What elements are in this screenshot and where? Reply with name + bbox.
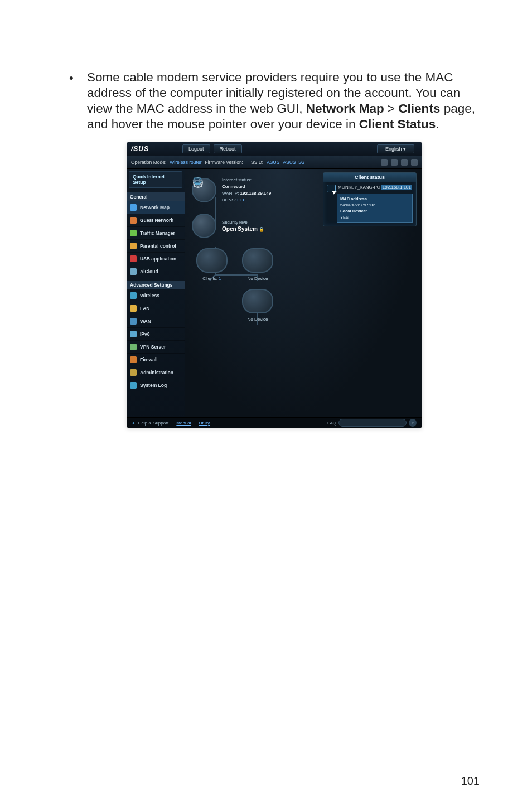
info-icon-1	[381, 159, 388, 166]
client-row[interactable]: MONKEY_KANG-PC 192.168.1.101	[323, 182, 416, 192]
topbar: /SUS Logout Reboot English ▾	[127, 142, 422, 156]
nav-label: Firewall	[140, 357, 158, 363]
local-label: Local Device:	[340, 209, 367, 214]
client-status-panel: Client status MONKEY_KANG-PC 192.168.1.1…	[323, 172, 417, 226]
ssid-1[interactable]: ASUS	[267, 160, 279, 165]
bullet: •	[67, 70, 87, 132]
sidebar-item-network-map[interactable]: Network Map	[127, 201, 185, 214]
nav-label: Network Map	[140, 205, 170, 210]
wan-ip-label: WAN IP:	[222, 191, 239, 196]
usb-node-2[interactable]	[242, 289, 273, 313]
nav-label: Wireless	[140, 293, 159, 298]
sidebar-item-usb-application[interactable]: USB application	[127, 253, 185, 265]
usb-app-icon	[130, 255, 137, 262]
sidebar-item-administration[interactable]: Administration	[127, 366, 185, 379]
page-rule	[50, 766, 482, 766]
nav-label: WAN	[140, 318, 151, 324]
sidebar-item-wan[interactable]: WAN	[127, 315, 185, 328]
infobar: Operation Mode: Wireless router Firmware…	[127, 156, 422, 169]
search-icon[interactable]: ⌕	[409, 419, 417, 427]
ssid-label: SSID:	[251, 160, 263, 165]
utility-link[interactable]: Utility	[199, 421, 210, 426]
logout-button[interactable]: Logout	[182, 144, 210, 153]
sidebar-item-ipv6[interactable]: IPv6	[127, 328, 185, 341]
usb-label-2: No Device	[248, 317, 268, 322]
nav-label: LAN	[140, 306, 149, 311]
sidebar-item-firewall[interactable]: Firewall	[127, 354, 185, 366]
ddns-link[interactable]: GO	[237, 197, 244, 202]
lan-icon	[130, 305, 137, 312]
footer-bar: ● Help & Support Manual | Utility FAQ ⌕	[127, 417, 422, 428]
security-value: Open System	[222, 226, 258, 232]
language-label: English	[385, 146, 402, 152]
parental-icon	[130, 243, 137, 249]
txt-p3: .	[436, 117, 439, 131]
ipv6-icon	[130, 331, 137, 337]
txt-b2: Clients	[398, 102, 440, 115]
sidebar-item-system-log[interactable]: System Log	[127, 379, 185, 392]
aicloud-icon	[130, 268, 137, 275]
nav-label: Administration	[140, 370, 173, 375]
nav-label: System Log	[140, 383, 167, 388]
fw-label: Firmware Version:	[205, 160, 243, 165]
clients-label: Clients: 1	[202, 276, 221, 281]
nav-label: AiCloud	[140, 269, 158, 274]
internet-status-value: Connected	[222, 184, 245, 189]
admin-icon	[130, 369, 137, 376]
section-general: General	[127, 192, 185, 201]
mac-label: MAC address	[340, 196, 367, 201]
manual-link[interactable]: Manual	[176, 421, 191, 426]
faq-input[interactable]	[338, 419, 407, 427]
sidebar-item-traffic-manager[interactable]: Traffic Manager	[127, 227, 185, 240]
ssid-2[interactable]: ASUS_5G	[283, 160, 304, 165]
usb-label-1: No Device	[248, 276, 268, 281]
op-mode-label: Operation Mode:	[131, 160, 166, 165]
help-label: Help & Support	[138, 421, 168, 426]
sidebar-item-parental-control[interactable]: Parental control	[127, 240, 185, 253]
sidebar-item-aicloud[interactable]: AiCloud	[127, 265, 185, 278]
sidebar-item-vpn-server[interactable]: VPN Server	[127, 341, 185, 354]
clients-count: 1	[219, 276, 221, 281]
sidebar-item-guest-network[interactable]: Guest Network	[127, 214, 185, 227]
mac-value: 54:04:A6:67:97:D2	[340, 202, 375, 207]
reboot-button[interactable]: Reboot	[214, 144, 242, 153]
nav-label: Parental control	[140, 243, 176, 249]
nav-label: Traffic Manager	[140, 230, 175, 236]
wan-icon	[130, 318, 137, 325]
faq-label: FAQ	[327, 421, 336, 426]
quick-internet-setup[interactable]: Quick Internet Setup	[129, 171, 182, 188]
nav-label: Guest Network	[140, 218, 173, 223]
nav-label: IPv6	[140, 331, 150, 337]
clients-node[interactable]	[196, 248, 228, 273]
txt-gt: >	[384, 102, 399, 115]
info-icon-3	[401, 159, 408, 166]
wireless-icon	[130, 292, 137, 299]
client-tooltip: MAC address 54:04:A6:67:97:D2 Local Devi…	[337, 194, 413, 223]
section-advanced: Advanced Settings	[127, 281, 185, 289]
txt-b1: Network Map	[306, 102, 384, 115]
language-select[interactable]: English ▾	[377, 144, 414, 153]
network-map-icon	[130, 204, 137, 211]
internet-status-block: Internet status: Connected WAN IP: 192.1…	[222, 177, 271, 204]
wan-ip-value: 192.168.39.149	[240, 191, 272, 196]
instruction-text: Some cable modem service providers requi…	[87, 70, 482, 132]
txt-b3: Client Status	[359, 117, 436, 131]
op-mode-link[interactable]: Wireless router	[170, 160, 201, 165]
nav-label: VPN Server	[140, 344, 166, 350]
ddns-label: DDNS:	[222, 197, 236, 202]
traffic-icon	[130, 230, 137, 236]
router-icon[interactable]	[192, 214, 216, 238]
globe-icon[interactable]	[192, 178, 216, 202]
info-icon-4	[411, 159, 418, 166]
local-value: YES	[340, 215, 349, 220]
client-name: MONKEY_KANG-PC	[338, 185, 380, 190]
usb-node-1[interactable]	[242, 248, 273, 273]
router-screenshot: /SUS Logout Reboot English ▾ Operation M…	[127, 142, 422, 428]
sidebar-item-lan[interactable]: LAN	[127, 302, 185, 315]
brand-logo: /SUS	[131, 145, 182, 153]
sidebar-item-wireless[interactable]: Wireless	[127, 289, 185, 302]
internet-status-label: Internet status:	[222, 177, 271, 183]
infobar-icons	[381, 159, 418, 166]
page-number: 101	[461, 775, 480, 787]
vpn-icon	[130, 344, 137, 350]
